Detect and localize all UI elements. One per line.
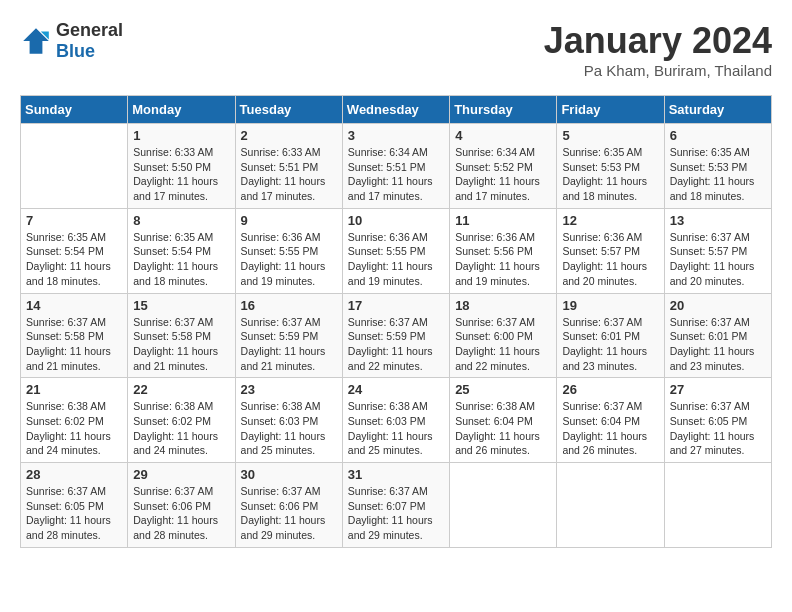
sunrise: Sunrise: 6:36 AM [241,230,337,245]
sunset: Sunset: 6:01 PM [670,329,766,344]
sunrise: Sunrise: 6:38 AM [348,399,444,414]
sunset: Sunset: 5:59 PM [348,329,444,344]
day-number: 2 [241,128,337,143]
daylight: Daylight: 11 hours and 29 minutes. [348,513,444,542]
sunrise: Sunrise: 6:33 AM [133,145,229,160]
calendar-week-0: 1 Sunrise: 6:33 AM Sunset: 5:50 PM Dayli… [21,124,772,209]
day-info: Sunrise: 6:34 AM Sunset: 5:51 PM Dayligh… [348,145,444,204]
sunset: Sunset: 5:57 PM [670,244,766,259]
daylight: Daylight: 11 hours and 19 minutes. [241,259,337,288]
calendar-cell: 21 Sunrise: 6:38 AM Sunset: 6:02 PM Dayl… [21,378,128,463]
sunset: Sunset: 6:04 PM [455,414,551,429]
calendar-cell [21,124,128,209]
daylight: Daylight: 11 hours and 18 minutes. [26,259,122,288]
sunset: Sunset: 6:03 PM [348,414,444,429]
day-info: Sunrise: 6:37 AM Sunset: 6:00 PM Dayligh… [455,315,551,374]
col-friday: Friday [557,96,664,124]
day-number: 21 [26,382,122,397]
calendar-cell: 26 Sunrise: 6:37 AM Sunset: 6:04 PM Dayl… [557,378,664,463]
day-info: Sunrise: 6:37 AM Sunset: 5:58 PM Dayligh… [26,315,122,374]
daylight: Daylight: 11 hours and 27 minutes. [670,429,766,458]
sunset: Sunset: 6:04 PM [562,414,658,429]
sunrise: Sunrise: 6:38 AM [133,399,229,414]
col-thursday: Thursday [450,96,557,124]
calendar-cell: 17 Sunrise: 6:37 AM Sunset: 5:59 PM Dayl… [342,293,449,378]
daylight: Daylight: 11 hours and 22 minutes. [348,344,444,373]
location-subtitle: Pa Kham, Buriram, Thailand [544,62,772,79]
day-number: 20 [670,298,766,313]
daylight: Daylight: 11 hours and 19 minutes. [348,259,444,288]
daylight: Daylight: 11 hours and 28 minutes. [26,513,122,542]
sunset: Sunset: 5:57 PM [562,244,658,259]
daylight: Daylight: 11 hours and 25 minutes. [241,429,337,458]
month-title: January 2024 [544,20,772,62]
day-number: 18 [455,298,551,313]
daylight: Daylight: 11 hours and 18 minutes. [133,259,229,288]
calendar-week-1: 7 Sunrise: 6:35 AM Sunset: 5:54 PM Dayli… [21,208,772,293]
calendar-cell: 16 Sunrise: 6:37 AM Sunset: 5:59 PM Dayl… [235,293,342,378]
day-number: 1 [133,128,229,143]
day-info: Sunrise: 6:37 AM Sunset: 6:06 PM Dayligh… [241,484,337,543]
sunrise: Sunrise: 6:37 AM [670,399,766,414]
daylight: Daylight: 11 hours and 17 minutes. [241,174,337,203]
sunrise: Sunrise: 6:38 AM [455,399,551,414]
calendar-cell: 2 Sunrise: 6:33 AM Sunset: 5:51 PM Dayli… [235,124,342,209]
day-info: Sunrise: 6:37 AM Sunset: 5:58 PM Dayligh… [133,315,229,374]
day-number: 28 [26,467,122,482]
sunset: Sunset: 6:00 PM [455,329,551,344]
daylight: Daylight: 11 hours and 20 minutes. [670,259,766,288]
calendar-cell: 29 Sunrise: 6:37 AM Sunset: 6:06 PM Dayl… [128,463,235,548]
sunrise: Sunrise: 6:37 AM [670,230,766,245]
day-info: Sunrise: 6:36 AM Sunset: 5:55 PM Dayligh… [348,230,444,289]
daylight: Daylight: 11 hours and 19 minutes. [455,259,551,288]
calendar-cell: 10 Sunrise: 6:36 AM Sunset: 5:55 PM Dayl… [342,208,449,293]
sunset: Sunset: 5:53 PM [670,160,766,175]
daylight: Daylight: 11 hours and 26 minutes. [562,429,658,458]
day-number: 25 [455,382,551,397]
daylight: Daylight: 11 hours and 21 minutes. [26,344,122,373]
calendar-cell: 8 Sunrise: 6:35 AM Sunset: 5:54 PM Dayli… [128,208,235,293]
day-number: 12 [562,213,658,228]
header-row: Sunday Monday Tuesday Wednesday Thursday… [21,96,772,124]
calendar-cell: 24 Sunrise: 6:38 AM Sunset: 6:03 PM Dayl… [342,378,449,463]
day-info: Sunrise: 6:37 AM Sunset: 6:04 PM Dayligh… [562,399,658,458]
logo-text: General Blue [56,20,123,62]
daylight: Daylight: 11 hours and 26 minutes. [455,429,551,458]
day-info: Sunrise: 6:37 AM Sunset: 5:59 PM Dayligh… [348,315,444,374]
sunset: Sunset: 6:02 PM [26,414,122,429]
day-number: 3 [348,128,444,143]
sunrise: Sunrise: 6:37 AM [455,315,551,330]
day-number: 31 [348,467,444,482]
day-info: Sunrise: 6:38 AM Sunset: 6:03 PM Dayligh… [241,399,337,458]
sunset: Sunset: 5:55 PM [241,244,337,259]
col-wednesday: Wednesday [342,96,449,124]
day-number: 14 [26,298,122,313]
sunrise: Sunrise: 6:37 AM [241,315,337,330]
calendar-cell: 30 Sunrise: 6:37 AM Sunset: 6:06 PM Dayl… [235,463,342,548]
sunrise: Sunrise: 6:38 AM [241,399,337,414]
day-info: Sunrise: 6:37 AM Sunset: 6:05 PM Dayligh… [670,399,766,458]
calendar-cell: 4 Sunrise: 6:34 AM Sunset: 5:52 PM Dayli… [450,124,557,209]
daylight: Daylight: 11 hours and 22 minutes. [455,344,551,373]
day-info: Sunrise: 6:34 AM Sunset: 5:52 PM Dayligh… [455,145,551,204]
day-info: Sunrise: 6:37 AM Sunset: 6:01 PM Dayligh… [670,315,766,374]
day-info: Sunrise: 6:35 AM Sunset: 5:54 PM Dayligh… [26,230,122,289]
day-number: 29 [133,467,229,482]
day-info: Sunrise: 6:38 AM Sunset: 6:02 PM Dayligh… [26,399,122,458]
day-info: Sunrise: 6:36 AM Sunset: 5:56 PM Dayligh… [455,230,551,289]
day-number: 19 [562,298,658,313]
sunrise: Sunrise: 6:37 AM [241,484,337,499]
day-info: Sunrise: 6:37 AM Sunset: 6:06 PM Dayligh… [133,484,229,543]
day-number: 10 [348,213,444,228]
calendar-week-2: 14 Sunrise: 6:37 AM Sunset: 5:58 PM Dayl… [21,293,772,378]
day-number: 4 [455,128,551,143]
calendar-cell: 20 Sunrise: 6:37 AM Sunset: 6:01 PM Dayl… [664,293,771,378]
day-info: Sunrise: 6:37 AM Sunset: 6:05 PM Dayligh… [26,484,122,543]
sunrise: Sunrise: 6:33 AM [241,145,337,160]
calendar-week-3: 21 Sunrise: 6:38 AM Sunset: 6:02 PM Dayl… [21,378,772,463]
sunset: Sunset: 5:58 PM [133,329,229,344]
sunrise: Sunrise: 6:35 AM [26,230,122,245]
calendar-cell: 19 Sunrise: 6:37 AM Sunset: 6:01 PM Dayl… [557,293,664,378]
calendar-cell: 22 Sunrise: 6:38 AM Sunset: 6:02 PM Dayl… [128,378,235,463]
calendar-cell: 27 Sunrise: 6:37 AM Sunset: 6:05 PM Dayl… [664,378,771,463]
